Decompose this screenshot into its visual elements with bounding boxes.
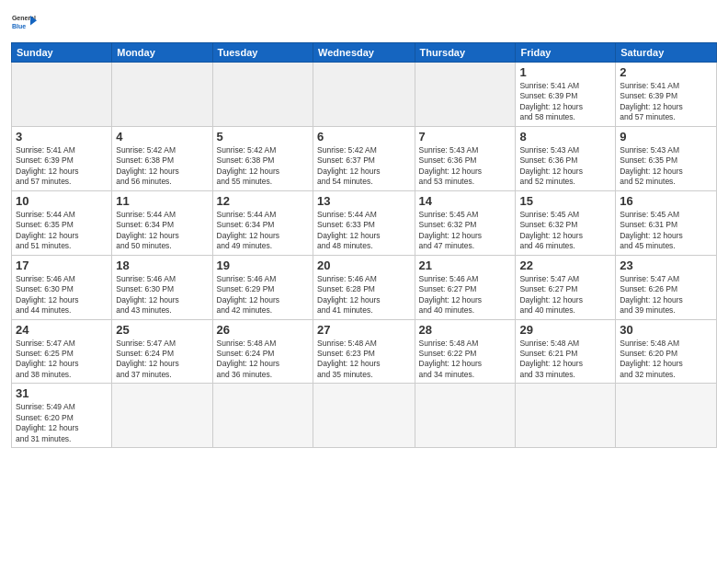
day-number: 25 [116,323,208,337]
day-info: Sunrise: 5:41 AM Sunset: 6:39 PM Dayligh… [519,81,611,123]
day-number: 16 [620,194,712,208]
day-number: 14 [419,194,512,208]
calendar-cell [313,384,415,448]
day-info: Sunrise: 5:47 AM Sunset: 6:26 PM Dayligh… [620,274,712,316]
day-info: Sunrise: 5:43 AM Sunset: 6:35 PM Dayligh… [620,145,712,188]
day-info: Sunrise: 5:41 AM Sunset: 6:39 PM Dayligh… [620,81,712,123]
day-number: 4 [116,130,208,144]
day-info: Sunrise: 5:48 AM Sunset: 6:24 PM Dayligh… [217,339,309,381]
day-info: Sunrise: 5:46 AM Sunset: 6:30 PM Dayligh… [16,274,108,316]
week-row-2: 3Sunrise: 5:41 AM Sunset: 6:39 PM Daylig… [12,126,717,190]
calendar-cell: 20Sunrise: 5:46 AM Sunset: 6:28 PM Dayli… [313,255,415,319]
day-info: Sunrise: 5:46 AM Sunset: 6:28 PM Dayligh… [317,274,411,316]
logo: General Blue [11,9,37,35]
calendar-cell: 15Sunrise: 5:45 AM Sunset: 6:32 PM Dayli… [516,190,616,255]
day-info: Sunrise: 5:44 AM Sunset: 6:33 PM Dayligh… [317,210,411,252]
calendar-cell: 22Sunrise: 5:47 AM Sunset: 6:27 PM Dayli… [516,255,616,319]
day-number: 28 [419,323,512,337]
calendar-cell: 14Sunrise: 5:45 AM Sunset: 6:32 PM Dayli… [415,190,516,255]
week-row-4: 17Sunrise: 5:46 AM Sunset: 6:30 PM Dayli… [12,255,717,319]
calendar-cell: 29Sunrise: 5:48 AM Sunset: 6:21 PM Dayli… [516,319,616,384]
day-number: 3 [16,130,108,144]
day-info: Sunrise: 5:46 AM Sunset: 6:27 PM Dayligh… [419,274,512,316]
calendar-cell: 16Sunrise: 5:45 AM Sunset: 6:31 PM Dayli… [616,190,717,255]
calendar-cell: 13Sunrise: 5:44 AM Sunset: 6:33 PM Dayli… [313,190,415,255]
day-info: Sunrise: 5:46 AM Sunset: 6:29 PM Dayligh… [217,274,309,316]
week-row-6: 31Sunrise: 5:49 AM Sunset: 6:20 PM Dayli… [12,384,717,448]
weekday-header-friday: Friday [516,43,616,63]
day-info: Sunrise: 5:48 AM Sunset: 6:23 PM Dayligh… [317,339,411,381]
calendar-cell: 7Sunrise: 5:43 AM Sunset: 6:36 PM Daylig… [415,126,516,190]
calendar-cell [212,63,313,127]
calendar-cell: 30Sunrise: 5:48 AM Sunset: 6:20 PM Dayli… [616,319,717,384]
day-number: 22 [519,259,611,272]
calendar-cell [415,384,516,448]
page-header: General Blue [11,9,717,35]
calendar-cell: 2Sunrise: 5:41 AM Sunset: 6:39 PM Daylig… [616,63,717,127]
day-info: Sunrise: 5:47 AM Sunset: 6:24 PM Dayligh… [116,339,208,381]
day-number: 27 [317,323,411,337]
calendar-cell [415,63,516,127]
day-info: Sunrise: 5:41 AM Sunset: 6:39 PM Dayligh… [16,145,108,188]
day-info: Sunrise: 5:48 AM Sunset: 6:21 PM Dayligh… [519,339,611,381]
day-info: Sunrise: 5:43 AM Sunset: 6:36 PM Dayligh… [419,145,512,188]
weekday-header-monday: Monday [112,43,212,63]
day-number: 7 [419,130,512,144]
day-info: Sunrise: 5:48 AM Sunset: 6:22 PM Dayligh… [419,339,512,381]
week-row-3: 10Sunrise: 5:44 AM Sunset: 6:35 PM Dayli… [12,190,717,255]
calendar-cell [112,63,212,127]
day-info: Sunrise: 5:43 AM Sunset: 6:36 PM Dayligh… [519,145,611,188]
week-row-5: 24Sunrise: 5:47 AM Sunset: 6:25 PM Dayli… [12,319,717,384]
calendar-table: SundayMondayTuesdayWednesdayThursdayFrid… [11,42,717,448]
day-number: 24 [16,323,108,337]
weekday-header-wednesday: Wednesday [313,43,415,63]
day-number: 21 [419,259,512,272]
calendar-cell: 27Sunrise: 5:48 AM Sunset: 6:23 PM Dayli… [313,319,415,384]
calendar-cell: 4Sunrise: 5:42 AM Sunset: 6:38 PM Daylig… [112,126,212,190]
day-number: 19 [217,259,309,272]
day-info: Sunrise: 5:45 AM Sunset: 6:32 PM Dayligh… [419,210,512,252]
day-number: 12 [217,194,309,208]
day-number: 13 [317,194,411,208]
day-number: 30 [620,323,712,337]
day-info: Sunrise: 5:48 AM Sunset: 6:20 PM Dayligh… [620,339,712,381]
day-info: Sunrise: 5:44 AM Sunset: 6:35 PM Dayligh… [16,210,108,252]
day-number: 5 [217,130,309,144]
calendar-cell: 25Sunrise: 5:47 AM Sunset: 6:24 PM Dayli… [112,319,212,384]
weekday-header-sunday: Sunday [12,43,112,63]
day-number: 31 [16,386,108,400]
weekday-header-tuesday: Tuesday [212,43,313,63]
day-number: 23 [620,259,712,272]
weekday-header-row: SundayMondayTuesdayWednesdayThursdayFrid… [12,43,717,63]
day-number: 18 [116,259,208,272]
day-number: 9 [620,130,712,144]
calendar-cell: 6Sunrise: 5:42 AM Sunset: 6:37 PM Daylig… [313,126,415,190]
calendar-cell: 8Sunrise: 5:43 AM Sunset: 6:36 PM Daylig… [516,126,616,190]
calendar-cell: 24Sunrise: 5:47 AM Sunset: 6:25 PM Dayli… [12,319,112,384]
day-info: Sunrise: 5:45 AM Sunset: 6:31 PM Dayligh… [620,210,712,252]
day-info: Sunrise: 5:44 AM Sunset: 6:34 PM Dayligh… [116,210,208,252]
day-number: 20 [317,259,411,272]
calendar-cell: 12Sunrise: 5:44 AM Sunset: 6:34 PM Dayli… [212,190,313,255]
calendar-cell: 31Sunrise: 5:49 AM Sunset: 6:20 PM Dayli… [12,384,112,448]
day-number: 10 [16,194,108,208]
day-number: 8 [519,130,611,144]
calendar-cell: 28Sunrise: 5:48 AM Sunset: 6:22 PM Dayli… [415,319,516,384]
calendar-cell: 10Sunrise: 5:44 AM Sunset: 6:35 PM Dayli… [12,190,112,255]
weekday-header-thursday: Thursday [415,43,516,63]
svg-text:Blue: Blue [12,23,26,29]
calendar-cell: 9Sunrise: 5:43 AM Sunset: 6:35 PM Daylig… [616,126,717,190]
day-number: 1 [519,65,611,79]
week-row-1: 1Sunrise: 5:41 AM Sunset: 6:39 PM Daylig… [12,63,717,127]
day-number: 11 [116,194,208,208]
calendar-cell: 1Sunrise: 5:41 AM Sunset: 6:39 PM Daylig… [516,63,616,127]
calendar-cell: 18Sunrise: 5:46 AM Sunset: 6:30 PM Dayli… [112,255,212,319]
day-info: Sunrise: 5:44 AM Sunset: 6:34 PM Dayligh… [217,210,309,252]
day-info: Sunrise: 5:45 AM Sunset: 6:32 PM Dayligh… [519,210,611,252]
day-info: Sunrise: 5:42 AM Sunset: 6:37 PM Dayligh… [317,145,411,188]
day-info: Sunrise: 5:42 AM Sunset: 6:38 PM Dayligh… [116,145,208,188]
calendar-cell [112,384,212,448]
calendar-cell [12,63,112,127]
calendar-cell [313,63,415,127]
calendar-cell [212,384,313,448]
